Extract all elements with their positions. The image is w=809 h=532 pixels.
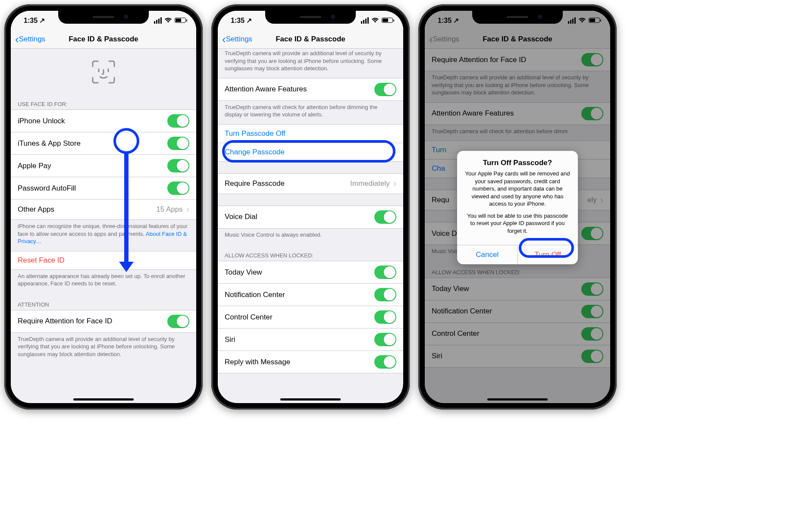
status-time: 1:35 [24,17,38,24]
toggle-on-icon[interactable] [167,182,189,195]
toggle-on-icon[interactable] [374,333,396,346]
row-itunes-appstore[interactable]: iTunes & App Store [11,132,196,155]
faceid-hero [11,49,196,93]
alert-title: Turn Off Passcode? [464,159,571,167]
battery-icon [175,18,186,23]
home-indicator[interactable] [280,398,341,401]
row-reset-faceid[interactable]: Reset Face ID [11,251,196,270]
row-require-passcode[interactable]: Require PasscodeImmediately› [218,173,403,194]
row-label: Apple Pay [18,162,167,170]
cell-signal-icon [154,17,162,24]
nav-header: ‹Settings Face ID & Passcode [218,30,403,49]
phone-3: 1:35 ↗ ‹Settings Face ID & Passcode Requ… [418,4,617,410]
alert-turn-off-passcode: Turn Off Passcode? Your Apple Pay cards … [457,151,578,264]
section-header-attention: ATTENTION [11,294,196,310]
footer-truedepth: TrueDepth camera will provide an additio… [11,333,196,364]
section-header-allow-locked: ALLOW ACCESS WHEN LOCKED: [218,244,403,261]
location-icon: ↗ [246,17,252,24]
location-icon: ↗ [39,17,45,24]
home-indicator[interactable] [487,398,548,401]
row-detail: 15 Apps [156,205,182,214]
phone-2: 1:35 ↗ ‹Settings Face ID & Passcode True… [211,4,410,410]
row-voice-dial[interactable]: Voice Dial [218,206,403,228]
nav-header: ‹Settings Face ID & Passcode [11,30,196,49]
toggle-on-icon[interactable] [374,266,396,279]
notch [58,11,149,24]
alert-cancel-button[interactable]: Cancel [457,245,517,264]
row-label: Require Passcode [225,179,350,188]
row-require-attention[interactable]: Require Attention for Face ID [11,310,196,333]
toggle-on-icon[interactable] [374,210,396,224]
toggle-on-icon[interactable] [374,288,396,301]
row-label: Change Passcode [225,148,396,156]
row-notification-center[interactable]: Notification Center [218,283,403,306]
row-label: Today View [225,268,374,277]
phone-1: 1:35 ↗ ‹Settings Face ID & Passcode USE … [4,4,203,410]
footer-faceid-info: iPhone can recognize the unique, three-d… [11,220,196,251]
row-label: Attention Aware Features [225,85,374,94]
row-label: Password AutoFill [18,184,167,193]
row-label: iPhone Unlock [18,117,167,125]
row-detail: Immediately [350,179,390,188]
row-attention-aware[interactable]: Attention Aware Features [218,78,403,101]
alert-message: Your Apple Pay cards will be removed and… [464,170,571,235]
chevron-right-icon: › [393,178,396,189]
page-title: Face ID & Passcode [218,35,403,44]
row-label: Reply with Message [225,358,374,366]
toggle-on-icon[interactable] [374,310,396,324]
chevron-right-icon: › [186,204,189,215]
footer-truedepth-partial: TrueDepth camera will provide an additio… [218,49,403,78]
row-label: Notification Center [225,291,374,299]
row-change-passcode[interactable]: Change Passcode [218,143,403,162]
home-indicator[interactable] [73,398,134,401]
faceid-icon [91,59,116,84]
row-label: Control Center [225,313,374,322]
row-turn-passcode-off[interactable]: Turn Passcode Off [218,124,403,143]
battery-icon [382,18,393,23]
notch [472,11,563,24]
row-label: iTunes & App Store [18,139,167,148]
page-title: Face ID & Passcode [11,35,196,44]
toggle-on-icon[interactable] [167,137,189,150]
row-other-apps[interactable]: Other Apps15 Apps› [11,199,196,220]
footer-attention-aware: TrueDepth camera will check for attentio… [218,101,403,125]
wifi-icon [371,17,379,23]
row-label: Turn Passcode Off [225,129,396,138]
row-label: Voice Dial [225,213,374,221]
notch [265,11,356,24]
row-label: Reset Face ID [18,256,189,265]
toggle-on-icon[interactable] [374,355,396,369]
row-iphone-unlock[interactable]: iPhone Unlock [11,110,196,132]
row-apple-pay[interactable]: Apple Pay [11,154,196,177]
row-siri[interactable]: Siri [218,328,403,351]
row-today-view[interactable]: Today View [218,261,403,284]
footer-voice-dial: Music Voice Control is always enabled. [218,228,403,245]
row-label: Require Attention for Face ID [18,317,167,325]
row-label: Siri [225,335,374,344]
footer-alternate: An alternate appearance has already been… [11,270,196,294]
row-reply-message[interactable]: Reply with Message [218,350,403,373]
row-label: Other Apps [18,205,156,214]
section-header-use-faceid: USE FACE ID FOR: [11,93,196,110]
alert-turnoff-button[interactable]: Turn Off [517,245,578,264]
toggle-on-icon[interactable] [167,315,189,328]
annotation-arrow-down [124,152,129,264]
cell-signal-icon [361,17,369,24]
toggle-on-icon[interactable] [167,159,189,172]
toggle-on-icon[interactable] [167,114,189,128]
row-control-center[interactable]: Control Center [218,306,403,329]
row-password-autofill[interactable]: Password AutoFill [11,177,196,200]
toggle-on-icon[interactable] [374,83,396,96]
status-time: 1:35 [231,17,245,24]
wifi-icon [164,17,172,23]
